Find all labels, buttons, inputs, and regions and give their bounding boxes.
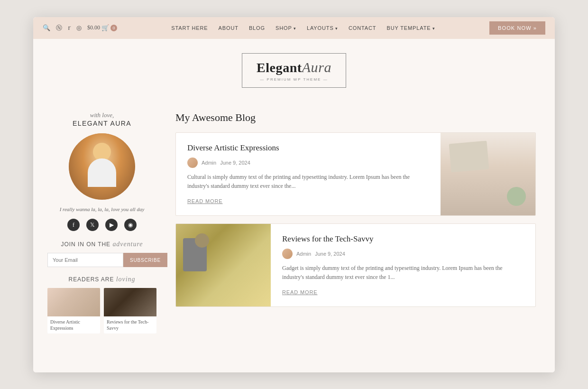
nav-right: BOOK NOW »	[489, 21, 545, 35]
post-author-1: Admin	[202, 160, 216, 166]
logo-area: Elegant Aura — PREMIUM WP THEME —	[33, 39, 555, 97]
facebook-icon[interactable]: Ⓝ	[56, 24, 62, 32]
sidebar-social: f 𝕏 ▶ ◉	[47, 219, 156, 231]
post-meta-1: Admin June 9, 2024	[187, 157, 429, 168]
readers-title: READERS ARE loving	[47, 276, 156, 283]
cart-icon[interactable]: 🛒	[101, 24, 109, 32]
avatar-person	[83, 140, 121, 193]
logo-aura: Aura	[302, 59, 331, 75]
search-icon[interactable]: 🔍	[43, 24, 50, 32]
nav-left: 🔍 Ⓝ 𝕣 ◎ $0.00 🛒 0	[43, 24, 117, 32]
nav-bar: 🔍 Ⓝ 𝕣 ◎ $0.00 🛒 0 START HERE ABOUT BLOG …	[33, 17, 555, 39]
post-content-2: Reviews for the Tech-Savvy Admin June 9,…	[271, 224, 535, 306]
read-more-1[interactable]: READ MORE	[187, 198, 223, 204]
nav-about[interactable]: ABOUT	[219, 25, 239, 31]
facebook-social-icon[interactable]: f	[67, 219, 80, 231]
post-title-2[interactable]: Reviews for the Tech-Savvy	[282, 234, 524, 244]
blog-section: My Awesome Blog Diverse Artistic Express…	[175, 111, 536, 358]
twitter-icon[interactable]: 𝕣	[68, 24, 71, 32]
join-text: JOIN IN ON THE adventure	[61, 241, 143, 248]
post-image-2	[176, 224, 271, 306]
youtube-social-icon[interactable]: ▶	[105, 219, 118, 231]
sidebar-greeting: with love, ELEGANT AURA	[47, 111, 156, 128]
instagram-social-icon[interactable]: ◉	[124, 219, 137, 231]
reader-card-2: Reviews for the Tech-Savvy	[104, 288, 156, 333]
twitter-social-icon[interactable]: 𝕏	[86, 219, 99, 231]
nav-center: START HERE ABOUT BLOG SHOP LAYOUTS CONTA…	[171, 25, 435, 31]
logo-title: Elegant Aura	[257, 59, 331, 75]
post-meta-2: Admin June 9, 2024	[282, 249, 524, 259]
post-excerpt-1: Cultural is simply dummy text of the pri…	[187, 173, 429, 191]
email-row: SUBSCRIBE	[47, 253, 156, 267]
subscribe-button[interactable]: SUBSCRIBE	[123, 253, 167, 267]
post-content-1: Diverse Artistic Expressions Admin June …	[176, 133, 441, 215]
logo-box: Elegant Aura — PREMIUM WP THEME —	[242, 53, 346, 88]
avatar	[69, 133, 135, 200]
nav-contact[interactable]: CONTACT	[349, 25, 377, 31]
reader-label-1: Diverse Artistic Expressions	[47, 316, 100, 333]
reader-label-2: Reviews for the Tech-Savvy	[104, 316, 156, 333]
sidebar-with-love: with love,	[47, 111, 156, 119]
blog-title: My Awesome Blog	[175, 111, 536, 124]
blog-post-1: Diverse Artistic Expressions Admin June …	[175, 132, 536, 216]
post-image-1	[441, 133, 535, 215]
nav-blog[interactable]: BLOG	[249, 25, 265, 31]
sidebar-bio: I really wanna la, la, la, love you all …	[47, 205, 156, 213]
nav-layouts[interactable]: LAYOUTS	[307, 25, 338, 31]
post-title-1[interactable]: Diverse Artistic Expressions	[187, 143, 429, 153]
avatar-inner	[69, 133, 135, 200]
logo-elegant: Elegant	[257, 60, 302, 75]
nav-start-here[interactable]: START HERE	[171, 25, 208, 31]
sidebar-name: ELEGANT AURA	[73, 120, 131, 127]
nav-shop[interactable]: SHOP	[276, 25, 296, 31]
sidebar-join: JOIN IN ON THE adventure	[47, 240, 156, 248]
post-author-2: Admin	[296, 251, 311, 257]
book-now-button[interactable]: BOOK NOW »	[489, 21, 545, 35]
post-avatar-2	[282, 249, 293, 259]
reader-img-1	[47, 288, 100, 316]
read-more-2[interactable]: READ MORE	[282, 289, 318, 295]
blog-post-2: Reviews for the Tech-Savvy Admin June 9,…	[175, 223, 536, 307]
avatar-body	[88, 158, 116, 187]
cart-badge: 0	[110, 25, 117, 31]
avatar-head	[93, 143, 111, 161]
instagram-icon[interactable]: ◎	[76, 24, 82, 32]
post-date-2: June 9, 2024	[315, 251, 345, 257]
post-avatar-1	[187, 157, 198, 168]
email-input[interactable]	[47, 253, 123, 267]
nav-buy-template[interactable]: BUY TEMPLATE	[386, 25, 435, 31]
logo-subtitle: — PREMIUM WP THEME —	[257, 77, 331, 82]
reader-card-1: Diverse Artistic Expressions	[47, 288, 100, 333]
readers-grid: Diverse Artistic Expressions Reviews for…	[47, 288, 156, 333]
cart-price: $0.00 🛒 0	[87, 24, 117, 32]
main-content: with love, ELEGANT AURA I really wanna l…	[33, 97, 555, 372]
reader-img-2	[104, 288, 156, 316]
post-date-1: June 9, 2024	[220, 160, 250, 166]
post-excerpt-2: Gadget is simply dummy text of the print…	[282, 264, 524, 282]
sidebar: with love, ELEGANT AURA I really wanna l…	[47, 111, 156, 358]
browser-window: 🔍 Ⓝ 𝕣 ◎ $0.00 🛒 0 START HERE ABOUT BLOG …	[33, 17, 555, 372]
